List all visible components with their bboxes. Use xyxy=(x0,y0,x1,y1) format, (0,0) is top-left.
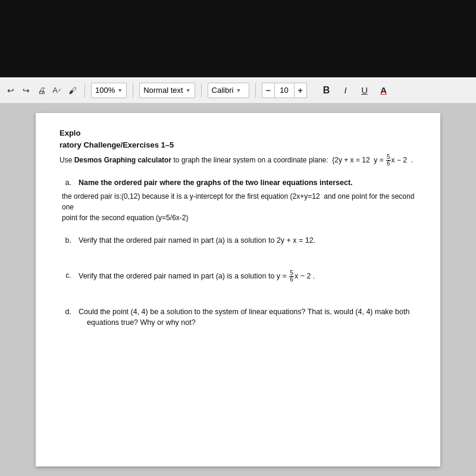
font-arrow: ▼ xyxy=(236,87,241,93)
q-d-letter: d. xyxy=(60,306,71,329)
q-a-letter: a. xyxy=(60,177,71,189)
zoom-arrow: ▼ xyxy=(117,87,123,93)
question-a-block: a. Name the ordered pair where the graph… xyxy=(60,177,416,223)
separator-3 xyxy=(201,83,202,98)
style-arrow: ▼ xyxy=(186,87,191,93)
question-c-label: c. Verify that the ordered pair named in… xyxy=(60,270,416,283)
question-a-label: a. Name the ordered pair where the graph… xyxy=(60,177,416,189)
zoom-value: 100% xyxy=(95,86,115,95)
intro-use: Use xyxy=(60,156,74,164)
font-size-input[interactable] xyxy=(275,83,294,98)
spellcheck-icon[interactable]: A✓ xyxy=(51,84,63,96)
question-c-block: c. Verify that the ordered pair named in… xyxy=(60,270,416,283)
print-icon[interactable]: 🖨 xyxy=(36,84,48,96)
q-d-text: Could the point (4, 4) be a solution to … xyxy=(79,306,416,329)
c-fraction: 56 xyxy=(289,270,294,283)
toolbar: ↩ ↪ 🖨 A✓ 🖌 100% ▼ Normal text ▼ Calibri … xyxy=(0,77,476,104)
zoom-dropdown[interactable]: 100% ▼ xyxy=(91,83,127,98)
separator-4 xyxy=(255,83,256,98)
document-page: Explo ratory Challenge/Exercises 1–5 Use… xyxy=(36,113,440,466)
font-value: Calibri xyxy=(212,86,234,95)
intro-desmos: Desmos Graphing calculator xyxy=(74,156,171,164)
q-a-text: Name the ordered pair where the graphs o… xyxy=(79,177,416,189)
fraction-5-6: 56 xyxy=(386,154,391,167)
paint-format-icon[interactable]: 🖌 xyxy=(67,84,79,96)
intro-rest: to graph the linear system on a coordina… xyxy=(171,156,386,164)
redo-icon[interactable]: ↪ xyxy=(20,84,32,96)
intro-end: x − 2 . xyxy=(392,156,413,164)
question-d-block: d. Could the point (4, 4) be a solution … xyxy=(60,306,416,329)
question-d-label: d. Could the point (4, 4) be a solution … xyxy=(60,306,416,329)
document-intro: Use Desmos Graphing calculator to graph … xyxy=(60,154,416,167)
document-area: Explo ratory Challenge/Exercises 1–5 Use… xyxy=(0,104,476,476)
q-b-letter: b. xyxy=(60,235,71,246)
font-size-control: − + xyxy=(262,83,307,98)
question-b-label: b. Verify that the ordered pair named in… xyxy=(60,235,416,246)
q-c-text: Verify that the ordered pair named in pa… xyxy=(79,270,416,283)
separator-2 xyxy=(133,83,133,98)
style-value: Normal text xyxy=(143,86,183,95)
q-c-letter: c. xyxy=(60,270,71,283)
italic-button[interactable]: I xyxy=(338,83,353,98)
underline-button[interactable]: U xyxy=(357,83,372,98)
font-dropdown[interactable]: Calibri ▼ xyxy=(208,83,249,98)
font-color-button[interactable]: A xyxy=(376,83,392,98)
style-dropdown[interactable]: Normal text ▼ xyxy=(139,83,195,98)
question-b-block: b. Verify that the ordered pair named in… xyxy=(60,235,416,246)
font-size-decrease[interactable]: − xyxy=(262,83,275,98)
bold-button[interactable]: B xyxy=(319,83,334,98)
top-black-bar xyxy=(0,0,476,77)
separator-1 xyxy=(84,83,85,98)
font-size-increase[interactable]: + xyxy=(294,83,307,98)
title-line-1: Explo xyxy=(60,127,416,139)
title-line-2: ratory Challenge/Exercises 1–5 xyxy=(60,139,416,151)
undo-icon[interactable]: ↩ xyxy=(5,84,17,96)
q-b-text: Verify that the ordered pair named in pa… xyxy=(79,235,416,246)
q-a-answer: the ordered pair is:(0,12) because it is… xyxy=(62,191,416,223)
